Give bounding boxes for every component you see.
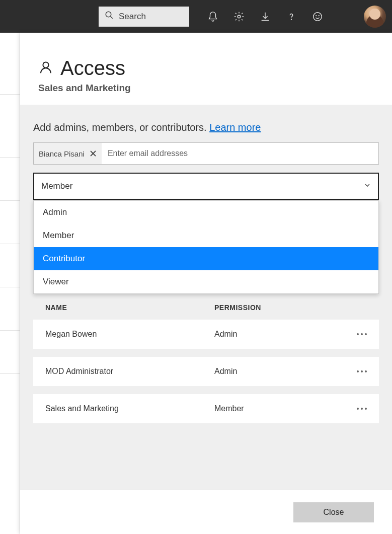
avatar[interactable] [364,6,386,28]
role-select[interactable]: Member [33,173,379,200]
close-button[interactable]: Close [293,502,374,522]
top-bar: Search [0,0,392,33]
bell-icon[interactable] [207,11,218,22]
svg-point-7 [43,62,48,67]
row-permission: Admin [214,330,357,339]
row-name: MOD Administrator [45,367,214,376]
learn-more-link[interactable]: Learn more [209,122,261,133]
svg-point-4 [313,12,322,21]
panel-header: Access Sales and Marketing [20,33,392,105]
search-input[interactable]: Search [99,7,189,27]
topbar-icons [207,11,323,22]
column-name: NAME [45,303,214,312]
role-option-admin[interactable]: Admin [34,201,378,224]
svg-point-6 [319,15,319,16]
more-icon[interactable] [357,333,367,335]
role-option-contributor[interactable]: Contributor [34,247,378,270]
download-icon[interactable] [260,11,271,22]
email-input[interactable] [102,143,378,164]
chevron-down-icon [364,181,371,191]
role-dropdown: AdminMemberContributorViewer [33,200,379,294]
more-icon[interactable] [357,370,367,372]
table-row: Megan BowenAdmin [33,320,379,349]
close-icon[interactable] [90,150,97,157]
row-permission: Member [214,404,357,413]
panel-body: Add admins, members, or contributors. Le… [20,105,392,490]
svg-point-3 [291,19,292,20]
more-icon[interactable] [357,408,367,410]
table-row: MOD AdministratorAdmin [33,357,379,386]
row-permission: Admin [214,367,357,376]
background-content [0,33,20,534]
chip-label: Bianca Pisani [39,149,85,158]
gear-icon[interactable] [233,11,245,22]
column-permission: PERMISSION [214,303,367,312]
person-chip: Bianca Pisani [34,143,102,164]
row-name: Megan Bowen [45,330,214,339]
svg-line-1 [110,16,113,19]
role-option-viewer[interactable]: Viewer [34,270,378,293]
row-name: Sales and Marketing [45,404,214,413]
table-header: NAME PERMISSION [33,303,379,312]
page-title: Access [60,57,125,80]
svg-point-0 [106,12,111,17]
svg-point-2 [238,15,241,18]
person-icon [38,60,53,77]
search-placeholder: Search [119,12,146,22]
help-icon[interactable] [286,11,297,22]
prompt-text: Add admins, members, or contributors. Le… [33,122,379,133]
access-panel: Access Sales and Marketing Add admins, m… [20,33,392,534]
role-option-member[interactable]: Member [34,224,378,247]
svg-point-5 [316,15,317,16]
role-selected-value: Member [41,181,72,191]
panel-footer: Close [20,490,392,534]
smile-icon[interactable] [312,11,323,22]
table-row: Sales and MarketingMember [33,394,379,423]
prompt-label: Add admins, members, or contributors. [33,122,209,133]
page-subtitle: Sales and Marketing [38,83,374,94]
email-addresses-field[interactable]: Bianca Pisani [33,142,379,165]
search-icon [105,11,114,22]
